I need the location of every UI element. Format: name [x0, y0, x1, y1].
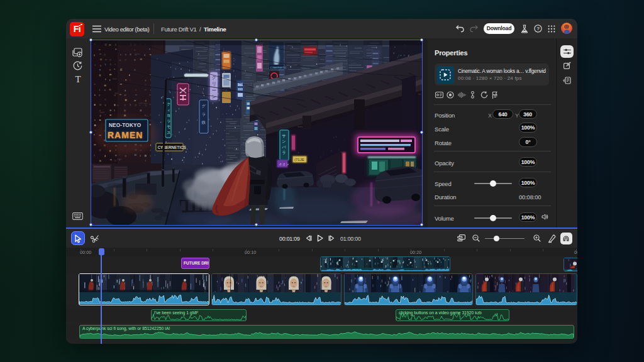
svg-text:?: ?: [536, 26, 540, 31]
